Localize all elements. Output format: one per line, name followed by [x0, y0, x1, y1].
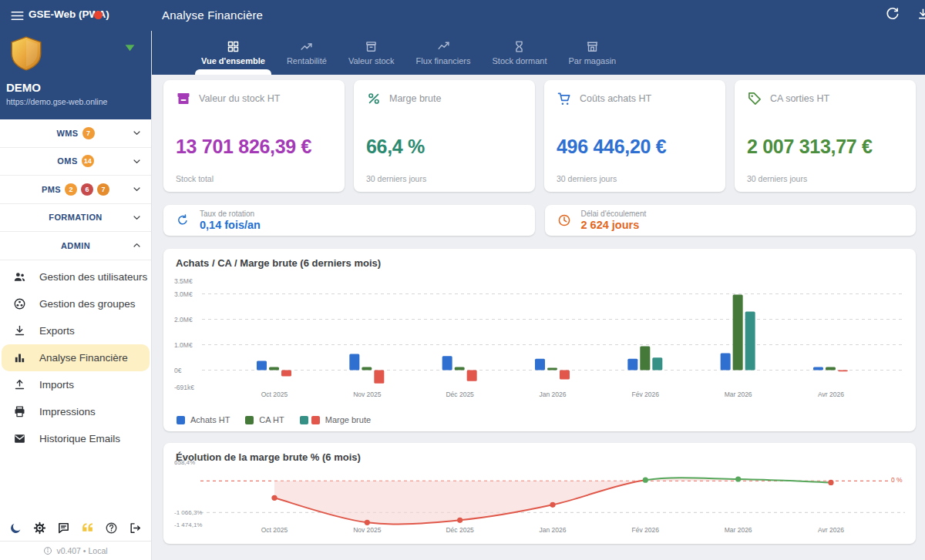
mini-card-taux-de-rotation: Taux de rotation0,14 fois/an	[163, 205, 535, 236]
sidebar: DEMO https://demo.gse-web.online WMS7OMS…	[0, 0, 152, 560]
section-label: WMS	[56, 129, 78, 138]
sidebar-item-label: Exports	[39, 325, 75, 337]
store-icon	[586, 40, 599, 53]
top-bar: GSE-Web (PWA) Analyse Financière	[0, 0, 925, 31]
kpi-card-title: CA sorties HT	[770, 93, 829, 104]
legend-swatch-negative	[311, 416, 320, 424]
download-icon[interactable]	[916, 7, 925, 22]
svg-text:Avr 2026: Avr 2026	[818, 391, 844, 398]
sidebar-item-label: Gestion des groupes	[39, 298, 136, 310]
notification-badge: 14	[82, 155, 94, 167]
sidebar-section-admin[interactable]: ADMIN	[0, 232, 151, 260]
tab-label: Vue d'ensemble	[201, 56, 265, 65]
bar-chart-canvas: 3.5M€3.0M€2.0M€1.0M€0€-691k€Oct 2025Nov …	[174, 275, 905, 401]
kpi-card-title: Valeur du stock HT	[199, 93, 280, 104]
svg-text:Mar 2026: Mar 2026	[725, 526, 752, 534]
sidebar-item-label: Gestion des utilisateurs	[39, 271, 147, 283]
groups-icon	[13, 297, 26, 310]
admin-menu: Gestion des utilisateursGestion des grou…	[0, 260, 151, 452]
legend-item-ca-ht: CA HT	[245, 415, 284, 424]
mini-card-text: Délai d'écoulement2 624 jours	[581, 210, 647, 231]
kpi-card-header: Coûts achats HT	[557, 91, 713, 106]
sidebar-item-gestion-des-utilisateurs[interactable]: Gestion des utilisateurs	[2, 263, 150, 290]
tab-flux-financiers[interactable]: Flux financiers	[405, 31, 482, 75]
kpi-card-value: 496 446,20 €	[557, 136, 666, 158]
kpi-card-ca-sorties-ht: CA sorties HT2 007 313,77 €30 derniers j…	[735, 80, 916, 192]
svg-text:Déc 2025: Déc 2025	[446, 526, 474, 534]
tab-stock-dormant[interactable]: Stock dormant	[482, 31, 558, 75]
kpi-row: Valeur du stock HT13 701 826,39 €Stock t…	[163, 80, 916, 192]
sidebar-item-imports[interactable]: Imports	[2, 371, 150, 398]
tab-par-magasin[interactable]: Par magasin	[557, 31, 627, 75]
environment-url[interactable]: https://demo.gse-web.online	[6, 97, 107, 106]
sidebar-section-oms[interactable]: OMS14	[0, 148, 151, 176]
sidebar-item-gestion-des-groupes[interactable]: Gestion des groupes	[2, 290, 150, 317]
main-content: Valeur du stock HT13 701 826,39 €Stock t…	[152, 75, 925, 560]
app-root: GSE-Web (PWA) Analyse Financière Vue d'e…	[0, 0, 925, 560]
mini-card-value: 2 624 jours	[581, 219, 647, 231]
tab-bar: Vue d'ensembleRentabilitéValeur stockFlu…	[152, 31, 925, 75]
svg-text:3.0M€: 3.0M€	[174, 290, 193, 298]
legend-label: Achats HT	[190, 415, 230, 424]
sidebar-section-wms[interactable]: WMS7	[0, 119, 151, 148]
chevron-down-icon[interactable]	[131, 183, 143, 195]
svg-text:Fév 2026: Fév 2026	[632, 391, 660, 398]
flux-icon	[437, 40, 450, 53]
chevron-down-icon[interactable]	[131, 156, 143, 167]
chevron-down-icon[interactable]	[131, 212, 143, 223]
sidebar-bottom-icons	[0, 521, 151, 535]
sidebar-item-impressions[interactable]: Impressions	[2, 398, 150, 425]
notification-badge: 6	[81, 183, 93, 196]
mini-kpi-row: Taux de rotation0,14 fois/anDélai d'écou…	[163, 205, 916, 236]
notification-badge: 7	[97, 183, 109, 196]
bar-chart-card: Achats / CA / Marge brute (6 derniers mo…	[163, 249, 916, 431]
tab-vue-d-ensemble[interactable]: Vue d'ensemble	[190, 31, 276, 75]
moon-icon[interactable]	[9, 521, 22, 535]
kpi-card-header: Valeur du stock HT	[176, 91, 332, 106]
legend-swatch	[245, 416, 254, 424]
sidebar-item-historique-emails[interactable]: Historique Emails	[2, 425, 150, 452]
svg-text:-1 474,1%: -1 474,1%	[174, 521, 202, 528]
tab-rentabilit-[interactable]: Rentabilité	[276, 31, 338, 75]
chevron-down-icon[interactable]	[131, 127, 143, 139]
chat-icon[interactable]	[57, 521, 70, 535]
kpi-card-title: Coûts achats HT	[580, 93, 651, 104]
stock-box-icon	[365, 40, 378, 53]
legend-swatch	[177, 416, 185, 424]
feedback-icon[interactable]	[81, 521, 94, 535]
help-icon[interactable]	[105, 521, 118, 535]
mini-card-label: Délai d'écoulement	[581, 210, 647, 218]
svg-text:Oct 2025: Oct 2025	[261, 526, 288, 534]
percent-icon	[366, 91, 382, 106]
active-tab-indicator	[195, 69, 271, 75]
archive-icon	[176, 91, 191, 106]
kpi-card-footer: Stock total	[176, 174, 214, 183]
kpi-card-value: 2 007 313,77 €	[747, 136, 873, 158]
svg-text:Nov 2025: Nov 2025	[353, 526, 382, 534]
mail-icon	[13, 432, 26, 445]
sidebar-section-formation[interactable]: FORMATION	[0, 204, 151, 233]
sidebar-item-exports[interactable]: Exports	[2, 317, 150, 344]
page-title: Analyse Financière	[162, 8, 263, 22]
topbar-actions	[885, 7, 925, 22]
svg-text:Fév 2026: Fév 2026	[632, 526, 660, 534]
kpi-card-footer: 30 derniers jours	[747, 174, 807, 183]
hamburger-menu-icon[interactable]	[10, 8, 25, 23]
tag-icon	[747, 91, 762, 106]
sidebar-section-pms[interactable]: PMS267	[0, 176, 151, 204]
bar-chart-title: Achats / CA / Marge brute (6 derniers mo…	[163, 249, 916, 269]
shield-logo	[7, 32, 45, 75]
logout-icon[interactable]	[129, 521, 142, 535]
svg-text:Jan 2026: Jan 2026	[539, 391, 566, 398]
svg-text:Nov 2025: Nov 2025	[353, 391, 382, 398]
tab-valeur-stock[interactable]: Valeur stock	[338, 31, 405, 75]
refresh-icon[interactable]	[885, 7, 900, 22]
tab-label: Stock dormant	[493, 56, 547, 65]
legend-item-achats-ht: Achats HT	[177, 415, 230, 424]
svg-text:-1 066,3%: -1 066,3%	[174, 509, 202, 516]
gear-icon[interactable]	[33, 521, 46, 535]
legend-item-marge-brute: Marge brute	[300, 415, 371, 424]
chevron-up-icon[interactable]	[131, 240, 143, 251]
sidebar-item-analyse-financi-re[interactable]: Analyse Financière	[2, 344, 150, 371]
mini-card-d-lai-d-coulement: Délai d'écoulement2 624 jours	[545, 205, 917, 236]
